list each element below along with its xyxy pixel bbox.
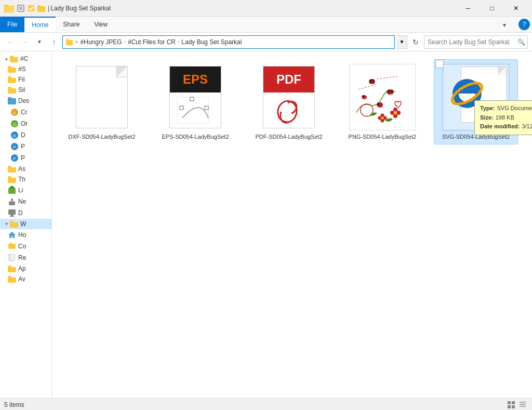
toolbar-folder-icon	[37, 4, 46, 12]
path-cut-files[interactable]: #Cut Files for CR	[128, 38, 176, 46]
sidebar-item-hashtag-s[interactable]: #S	[0, 64, 51, 74]
svg-rect-74	[508, 401, 511, 404]
back-button[interactable]: ←	[4, 36, 17, 48]
ribbon-expand-btn[interactable]: ▼	[493, 17, 516, 33]
tab-home[interactable]: Home	[24, 17, 56, 32]
sidebar-item-ho[interactable]: Ho	[0, 229, 51, 241]
sidebar-label: Fil	[18, 76, 25, 83]
path-folder-icon	[66, 38, 73, 46]
svg-checkbox[interactable]	[435, 60, 444, 68]
tab-file[interactable]: File	[0, 17, 24, 32]
large-icons-view-button[interactable]	[506, 400, 516, 410]
sidebar-label: Li	[18, 187, 23, 194]
svg-point-58	[362, 95, 364, 97]
maximize-button[interactable]: □	[480, 0, 504, 17]
address-path[interactable]: « #Hungry JPEG › #Cut Files for CR › Lad…	[62, 35, 395, 49]
path-arrow-2: ›	[178, 39, 179, 45]
window-title: Lady Bug Set Sparkal	[50, 5, 456, 12]
svg-point-69	[381, 117, 384, 120]
sidebar-item-hashtag-c[interactable]: ▲ #C	[0, 54, 51, 64]
ribbon-tabs: File Home Share View ▼ ?	[0, 17, 532, 32]
address-dropdown[interactable]: ▼	[397, 35, 407, 49]
sidebar-label: Av	[18, 275, 25, 283]
svg-point-48	[373, 80, 374, 82]
svg-point-63	[390, 111, 394, 115]
sidebar-item-des[interactable]: Des	[0, 95, 51, 107]
svg-rect-26	[9, 202, 15, 205]
folder-icon	[8, 76, 16, 83]
minimize-button[interactable]: ─	[456, 0, 480, 17]
svg-point-64	[394, 111, 397, 114]
tab-view[interactable]: View	[87, 17, 115, 32]
expand-icon	[4, 77, 7, 82]
expand-icon	[4, 67, 7, 72]
path-arrow-1: ›	[124, 39, 126, 45]
sidebar-label: D	[18, 209, 23, 217]
path-hungry-jpeg[interactable]: #Hungry JPEG	[81, 38, 122, 46]
sidebar-item-fil[interactable]: Fil	[0, 74, 51, 85]
status-bar: 5 items	[0, 398, 532, 410]
sidebar-item-cr[interactable]: C Cr	[0, 107, 51, 118]
file-item-pdf[interactable]: PDF PDF-SD054-LadyBugSet2	[247, 60, 330, 144]
sidebar-item-p2[interactable]: P P	[0, 152, 51, 164]
forward-button[interactable]: →	[19, 36, 31, 48]
sidebar-item-p1[interactable]: P P	[0, 141, 51, 152]
file-item-dxf[interactable]: DXF-SD054-LadyBugSet2	[60, 60, 143, 144]
pdf-doc-icon: PDF	[263, 66, 315, 128]
svg-rect-76	[508, 405, 511, 408]
file-item-svg[interactable]: Type:SVG Document Size:198 KB Date modif…	[434, 60, 517, 144]
or-icon: O	[10, 120, 19, 128]
sidebar-item-re[interactable]: Re	[0, 252, 51, 263]
sidebar-item-ap[interactable]: Ap	[0, 263, 51, 274]
sidebar-label: Sil	[18, 86, 25, 94]
sidebar-item-co[interactable]: Co	[0, 241, 51, 252]
sidebar-item-d2[interactable]: D	[0, 207, 51, 219]
sidebar-item-as[interactable]: As	[0, 164, 51, 174]
address-bar: ← → ▼ ↑ « #Hungry JPEG › #Cut Files for …	[0, 33, 532, 51]
close-button[interactable]: ✕	[504, 0, 528, 17]
toolbar-check-icon	[27, 4, 35, 12]
svg-point-50	[388, 90, 390, 92]
sidebar-label: Re	[18, 254, 26, 261]
sidebar-item-th[interactable]: Th	[0, 174, 51, 184]
sidebar-item-ne[interactable]: Ne	[0, 196, 51, 207]
svg-rect-31	[8, 209, 16, 215]
svg-point-65	[381, 114, 384, 117]
title-bar: | Lady Bug Set Sparkal ─ □ ✕	[0, 0, 532, 17]
file-item-eps[interactable]: EPS EPS-SD054-LadyBugSet2	[154, 60, 237, 144]
svg-point-53	[391, 91, 392, 92]
file-item-png[interactable]: PNG-SD054-LadyBugSet2	[341, 60, 424, 144]
p2-icon: P	[10, 154, 19, 162]
pdf-thumbnail: PDF	[256, 64, 322, 130]
svg-rect-35	[8, 244, 16, 249]
refresh-button[interactable]: ↻	[409, 36, 422, 48]
eps-banner: EPS	[170, 67, 221, 92]
dxf-doc-icon	[76, 66, 128, 128]
details-view-button[interactable]	[517, 400, 528, 410]
sidebar-item-d1[interactable]: D D	[0, 129, 51, 141]
expand-icon	[4, 166, 7, 171]
tab-share[interactable]: Share	[56, 17, 87, 32]
tooltip-date: Date modified:3/12/2016 9:00 AM	[480, 122, 532, 131]
up-button[interactable]: ↑	[48, 36, 60, 48]
svg-rect-2	[5, 7, 14, 12]
sidebar-label: Co	[18, 243, 26, 250]
search-input[interactable]	[424, 38, 515, 46]
sidebar-item-w[interactable]: ▼ W	[0, 219, 51, 229]
sidebar-item-sil[interactable]: Sil	[0, 85, 51, 95]
sidebar-label: Th	[18, 176, 25, 183]
path-separator-1: «	[75, 39, 78, 45]
ribbon-help-btn[interactable]: ?	[518, 19, 530, 30]
sidebar-item-av[interactable]: Av	[0, 274, 51, 284]
expand-icon	[4, 199, 7, 204]
path-current[interactable]: Lady Bug Set Sparkal	[181, 38, 242, 46]
dropdown-button[interactable]: ▼	[33, 36, 46, 48]
svg-rect-75	[512, 401, 515, 404]
folder-icon	[8, 276, 16, 283]
sidebar-label: #S	[18, 65, 26, 73]
folder-icon	[8, 176, 16, 183]
sidebar-label: Ap	[18, 265, 26, 272]
sidebar-item-or[interactable]: O Or	[0, 118, 51, 129]
pdf-filename: PDF-SD054-LadyBugSet2	[255, 134, 322, 140]
sidebar-item-li[interactable]: Li	[0, 184, 51, 196]
